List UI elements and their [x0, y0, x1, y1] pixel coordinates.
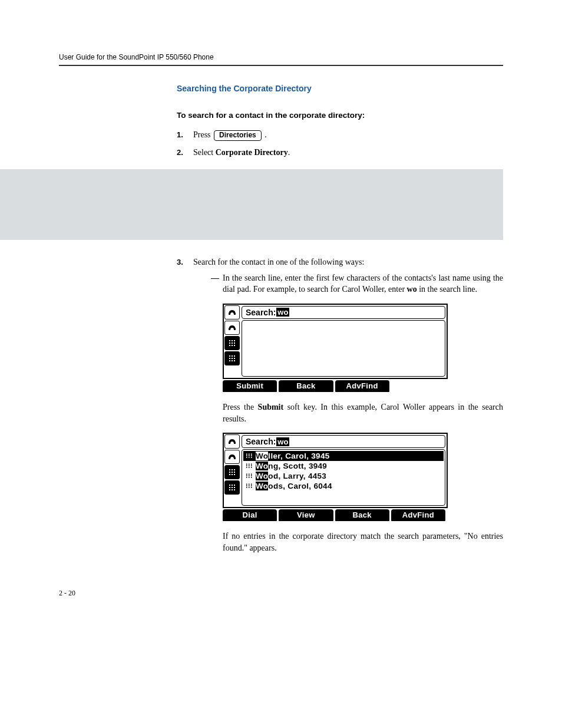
line-key-icon	[224, 336, 240, 350]
softkey-submit: Submit	[223, 380, 277, 392]
svg-rect-35	[234, 489, 235, 490]
svg-rect-13	[232, 358, 233, 359]
svg-rect-28	[232, 485, 233, 486]
running-header: User Guide for the SoundPoint IP 550/560…	[59, 53, 503, 66]
paragraph-no-entries: If no entries in the corporate directory…	[223, 531, 503, 554]
directories-button: Directories	[214, 130, 262, 141]
contact-icon: ⁝⁝⁝	[245, 473, 253, 479]
softkey-empty	[391, 380, 445, 392]
softkey-view: View	[279, 509, 333, 521]
line-key-icon	[224, 351, 240, 365]
svg-rect-2	[234, 340, 235, 341]
svg-rect-4	[232, 342, 233, 344]
result-rest: od, Larry, 4453	[268, 472, 326, 480]
results-body-empty	[242, 320, 445, 377]
svg-rect-30	[229, 487, 230, 488]
line-key-icon	[224, 465, 240, 479]
step-2-bold: Corporate Directory	[216, 148, 288, 157]
svg-rect-31	[232, 487, 233, 488]
step-1: 1. Press Directories .	[177, 130, 503, 141]
sub-step-dash: In the search line, enter the first few …	[211, 273, 503, 295]
dash-text-1-suffix: in the search line.	[417, 285, 477, 294]
svg-rect-11	[234, 355, 235, 357]
step-2: 2. Select Corporate Directory.	[177, 148, 503, 157]
step-number: 3.	[177, 258, 183, 266]
svg-rect-6	[229, 345, 230, 346]
step-2-suffix: .	[288, 148, 290, 157]
svg-rect-10	[232, 355, 233, 357]
svg-rect-7	[232, 345, 233, 346]
svg-rect-29	[234, 485, 235, 486]
paragraph-submit: Press the Submit soft key. In this examp…	[223, 401, 503, 424]
svg-rect-5	[234, 342, 235, 344]
svg-rect-0	[229, 340, 230, 341]
contact-icon: ⁝⁝⁝	[245, 453, 253, 459]
para1-bold: Submit	[258, 403, 284, 411]
svg-rect-21	[229, 472, 230, 473]
para1-prefix: Press the	[223, 403, 258, 411]
result-rest: ng, Scott, 3949	[268, 462, 327, 470]
svg-rect-3	[229, 342, 230, 344]
softkey-back: Back	[335, 509, 389, 521]
result-hl: Wo	[256, 462, 268, 470]
svg-rect-18	[229, 469, 230, 470]
phone-screenshot-search-input: Search:wo Submit Back AdvFind	[223, 304, 503, 392]
section-heading: Searching the Corporate Directory	[177, 84, 503, 93]
search-query: wo	[276, 437, 289, 446]
svg-rect-1	[232, 340, 233, 341]
result-row: ⁝⁝⁝ Woods, Carol, 6044	[243, 481, 444, 491]
step-number: 1.	[177, 130, 183, 139]
softkey-dial: Dial	[223, 509, 277, 521]
softkey-advfind: AdvFind	[335, 380, 389, 392]
line-key-icon	[224, 434, 240, 449]
svg-rect-33	[229, 489, 230, 490]
page-number: 2 - 20	[59, 589, 503, 598]
svg-rect-15	[229, 360, 230, 361]
svg-rect-27	[229, 485, 230, 486]
search-line: Search:wo	[242, 435, 445, 448]
svg-rect-20	[234, 469, 235, 470]
svg-rect-32	[234, 487, 235, 488]
svg-rect-17	[234, 360, 235, 361]
contact-icon: ⁝⁝⁝	[245, 483, 253, 489]
line-key-icon	[224, 480, 240, 495]
softkey-advfind: AdvFind	[391, 509, 445, 521]
step-number: 2.	[177, 148, 183, 157]
result-row: ⁝⁝⁝ Wong, Scott, 3949	[243, 461, 444, 471]
svg-rect-22	[232, 472, 233, 473]
result-rest: ller, Carol, 3945	[268, 452, 329, 460]
svg-rect-25	[232, 474, 233, 475]
svg-rect-12	[229, 358, 230, 359]
svg-rect-14	[234, 358, 235, 359]
gray-placeholder-box	[0, 169, 503, 240]
search-label: Search:	[246, 437, 276, 446]
step-2-prefix: Select	[193, 148, 216, 157]
step-1-text-suffix: .	[265, 130, 267, 139]
search-query: wo	[276, 308, 289, 317]
step-3: 3. Search for the contact in one of the …	[177, 258, 503, 554]
step-3-text: Search for the contact in one of the fol…	[193, 258, 364, 266]
svg-rect-26	[234, 474, 235, 475]
line-key-icon	[224, 450, 240, 464]
result-hl: Wo	[256, 482, 268, 490]
result-rest: ods, Carol, 6044	[268, 482, 332, 490]
phone-screenshot-search-results: Search:wo ⁝⁝⁝ Woller, Carol, 3945 ⁝⁝⁝ Wo…	[223, 433, 503, 521]
result-hl: Wo	[256, 472, 268, 480]
svg-rect-23	[234, 472, 235, 473]
line-key-icon	[224, 321, 240, 335]
result-hl: Wo	[256, 452, 268, 460]
result-row: ⁝⁝⁝ Woller, Carol, 3945	[243, 451, 444, 461]
svg-rect-24	[229, 474, 230, 475]
search-line: Search:wo	[242, 306, 445, 319]
contact-icon: ⁝⁝⁝	[245, 463, 253, 469]
step-1-text-prefix: Press	[193, 130, 211, 139]
search-label: Search:	[246, 308, 276, 317]
svg-rect-19	[232, 469, 233, 470]
svg-rect-34	[232, 489, 233, 490]
dash-bold-1: wo	[407, 285, 417, 294]
svg-rect-9	[229, 355, 230, 357]
svg-rect-8	[234, 345, 235, 346]
results-body: ⁝⁝⁝ Woller, Carol, 3945 ⁝⁝⁝ Wong, Scott,…	[242, 449, 445, 506]
result-row: ⁝⁝⁝ Wood, Larry, 4453	[243, 471, 444, 481]
svg-rect-16	[232, 360, 233, 361]
